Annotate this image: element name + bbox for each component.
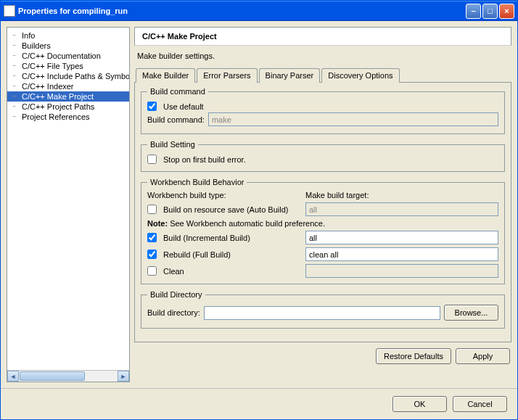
clean-target-input (305, 264, 498, 278)
stop-on-error-label: Stop on first build error. (163, 155, 246, 164)
clean-checkbox[interactable] (147, 266, 157, 276)
workbench-note: Note: See Workbench automatic build pref… (147, 219, 498, 228)
full-build-checkbox[interactable] (147, 250, 157, 259)
tab[interactable]: Make Builder (136, 68, 195, 83)
workbench-group: Workbench Build Behavior Workbench build… (141, 178, 505, 284)
auto-build-label: Build on resource save (Auto Build) (163, 205, 288, 214)
tab[interactable]: Discovery Options (321, 68, 399, 83)
build-setting-group: Build Setting Stop on first build error. (141, 140, 505, 172)
tree-item[interactable]: C/C++ Documentation (7, 51, 129, 61)
ok-button[interactable]: OK (392, 396, 447, 412)
auto-build-target-input (305, 202, 498, 216)
stop-on-error-checkbox[interactable] (147, 155, 157, 164)
use-default-label: Use default (163, 102, 204, 111)
full-target-input[interactable] (305, 247, 498, 261)
app-icon (4, 5, 15, 17)
tree-item[interactable]: C/C++ File Types (7, 61, 129, 71)
tab-strip: Make BuilderError ParsersBinary ParserDi… (134, 67, 511, 82)
page-title: C/C++ Make Project (134, 27, 511, 46)
tab-content: Build command Use default Build command:… (134, 82, 511, 342)
build-directory-legend: Build Directory (147, 290, 205, 299)
scroll-right-button[interactable]: ► (118, 371, 129, 382)
workbench-type-label: Workbench build type: (147, 191, 300, 199)
browse-button[interactable]: Browse... (444, 305, 498, 321)
workbench-legend: Workbench Build Behavior (147, 178, 247, 186)
build-command-legend: Build command (147, 87, 208, 96)
properties-dialog: Properties for compiling_run – □ × InfoB… (0, 0, 518, 420)
make-target-label: Make build target: (305, 191, 498, 199)
cancel-button[interactable]: Cancel (453, 396, 507, 412)
tree-item[interactable]: Project References (7, 112, 129, 122)
window-title: Properties for compiling_run (18, 7, 466, 15)
tree-item[interactable]: C/C++ Project Paths (7, 102, 129, 112)
close-button[interactable]: × (499, 4, 514, 19)
build-directory-group: Build Directory Build directory: Browse.… (141, 290, 505, 329)
build-directory-label: Build directory: (147, 308, 200, 317)
tree-item[interactable]: Builders (7, 41, 129, 51)
build-command-label: Build command: (147, 115, 205, 124)
full-build-label: Rebuild (Full Build) (163, 250, 231, 259)
content-panel: C/C++ Make Project Make builder settings… (134, 27, 511, 382)
minimize-button[interactable]: – (466, 4, 481, 19)
tab[interactable]: Error Parsers (197, 68, 257, 83)
category-tree: InfoBuildersC/C++ DocumentationC/C++ Fil… (7, 27, 130, 382)
tab[interactable]: Binary Parser (259, 68, 321, 83)
build-setting-legend: Build Setting (147, 140, 198, 149)
clean-label: Clean (163, 267, 184, 276)
scroll-left-button[interactable]: ◄ (7, 371, 19, 382)
build-command-group: Build command Use default Build command: (141, 87, 505, 134)
build-directory-input[interactable] (204, 306, 440, 320)
tree-item[interactable]: C/C++ Make Project (7, 91, 129, 102)
build-command-input (208, 112, 498, 126)
use-default-checkbox[interactable] (147, 102, 157, 111)
incremental-target-input[interactable] (305, 231, 498, 244)
auto-build-checkbox[interactable] (147, 205, 157, 214)
apply-button[interactable]: Apply (456, 348, 510, 364)
scroll-thumb[interactable] (20, 371, 85, 381)
incremental-build-checkbox[interactable] (147, 233, 157, 242)
tree-item[interactable]: C/C++ Indexer (7, 81, 129, 91)
maximize-button[interactable]: □ (482, 4, 498, 19)
titlebar[interactable]: Properties for compiling_run – □ × (1, 1, 517, 21)
tree-item[interactable]: Info (7, 30, 129, 41)
dialog-footer: OK Cancel (1, 388, 517, 419)
incremental-build-label: Build (Incremental Build) (163, 234, 250, 242)
page-subtitle: Make builder settings. (134, 46, 511, 67)
restore-defaults-button[interactable]: Restore Defaults (376, 348, 451, 364)
tree-item[interactable]: C/C++ Include Paths & Symbo (7, 71, 129, 81)
tree-hscrollbar[interactable]: ◄ ► (7, 370, 129, 382)
